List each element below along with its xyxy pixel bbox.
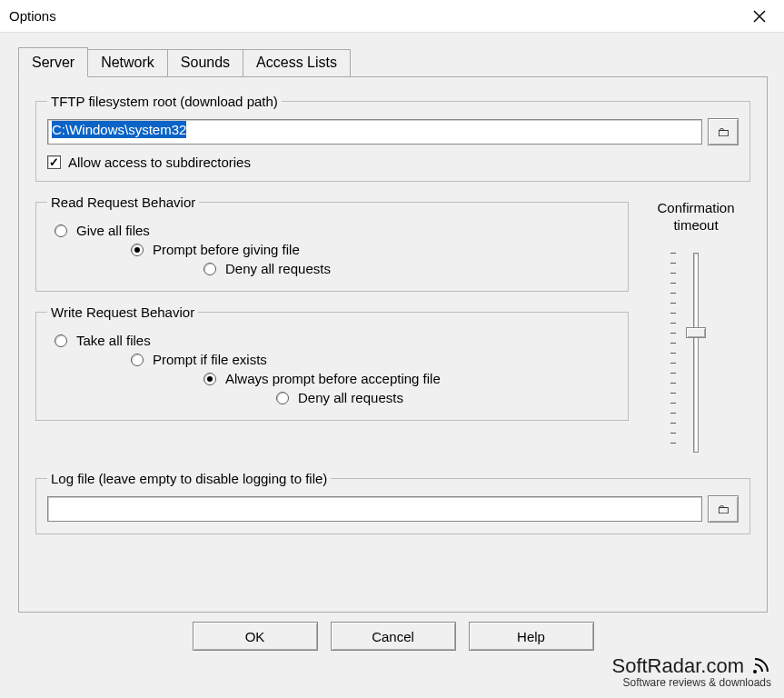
- write-opt-take-all[interactable]: Take all files: [55, 333, 617, 348]
- tab-strip: Server Network Sounds Access Lists: [18, 47, 768, 76]
- browse-log-button[interactable]: 🗀: [708, 495, 739, 523]
- tab-access-lists[interactable]: Access Lists: [243, 49, 351, 76]
- radio-icon: [203, 263, 216, 275]
- read-opt-deny[interactable]: Deny all requests: [203, 261, 617, 276]
- client-area: Server Network Sounds Access Lists TFTP …: [0, 33, 784, 698]
- write-opt-prompt-exists[interactable]: Prompt if file exists: [131, 352, 617, 367]
- tab-server[interactable]: Server: [18, 47, 88, 77]
- read-opt-give-all[interactable]: Give all files: [55, 223, 617, 238]
- watermark-sub: Software reviews & downloads: [611, 676, 771, 689]
- radio-icon: [55, 224, 67, 237]
- close-button[interactable]: [742, 3, 777, 30]
- log-file-input[interactable]: [47, 496, 702, 522]
- slider-thumb-icon: [686, 327, 706, 338]
- radio-label: Prompt if file exists: [153, 352, 267, 367]
- read-behavior-legend: Read Request Behavior: [47, 194, 199, 210]
- log-file-group: Log file (leave empty to disable logging…: [35, 471, 750, 534]
- write-opt-always-prompt[interactable]: Always prompt before accepting file: [203, 371, 617, 386]
- radio-icon: [276, 392, 289, 404]
- filesystem-root-legend: TFTP filesystem root (download path): [47, 94, 282, 109]
- browse-root-button[interactable]: 🗀: [708, 118, 739, 145]
- slider-ticks: [670, 253, 676, 453]
- tab-panel-server: TFTP filesystem root (download path) C:\…: [18, 76, 768, 613]
- confirmation-timeout-group: Confirmationtimeout: [641, 194, 750, 471]
- help-button[interactable]: Help: [469, 622, 594, 651]
- radio-icon: [55, 334, 67, 347]
- radio-label: Take all files: [76, 333, 151, 348]
- radio-label: Give all files: [76, 223, 150, 238]
- options-dialog: Options Server Network Sounds Access Lis…: [0, 0, 784, 698]
- filesystem-root-group: TFTP filesystem root (download path) C:\…: [35, 94, 750, 182]
- folder-icon: 🗀: [717, 125, 729, 139]
- svg-point-2: [753, 670, 757, 673]
- radio-label: Deny all requests: [225, 261, 331, 276]
- window-title: Options: [9, 8, 56, 24]
- confirmation-timeout-label: Confirmationtimeout: [657, 200, 734, 234]
- close-icon: [753, 10, 766, 23]
- titlebar: Options: [0, 0, 784, 33]
- read-opt-prompt[interactable]: Prompt before giving file: [131, 242, 617, 257]
- filesystem-root-input[interactable]: C:\Windows\system32: [47, 119, 702, 145]
- ok-button[interactable]: OK: [193, 622, 318, 651]
- allow-subdirs-label: Allow access to subdirectories: [68, 155, 251, 170]
- write-behavior-legend: Write Request Behavior: [47, 304, 198, 320]
- read-behavior-group: Read Request Behavior Give all files Pro…: [35, 194, 629, 292]
- tab-sounds[interactable]: Sounds: [167, 49, 243, 76]
- radio-label: Deny all requests: [298, 390, 403, 405]
- write-behavior-group: Write Request Behavior Take all files Pr…: [35, 304, 629, 421]
- radio-icon: [131, 354, 144, 366]
- folder-icon: 🗀: [717, 502, 729, 516]
- cancel-button[interactable]: Cancel: [331, 622, 456, 651]
- radio-icon: [131, 244, 144, 256]
- confirmation-timeout-slider[interactable]: [678, 244, 714, 471]
- slider-track: [693, 253, 699, 453]
- tab-network[interactable]: Network: [87, 49, 168, 76]
- log-file-legend: Log file (leave empty to disable logging…: [47, 471, 331, 486]
- radio-label: Prompt before giving file: [153, 242, 300, 257]
- radio-label: Always prompt before accepting file: [225, 371, 441, 386]
- radio-icon: [203, 373, 216, 385]
- write-opt-deny[interactable]: Deny all requests: [276, 390, 617, 405]
- allow-subdirs-checkbox[interactable]: [47, 155, 61, 169]
- dialog-buttons: OK Cancel Help: [18, 613, 768, 660]
